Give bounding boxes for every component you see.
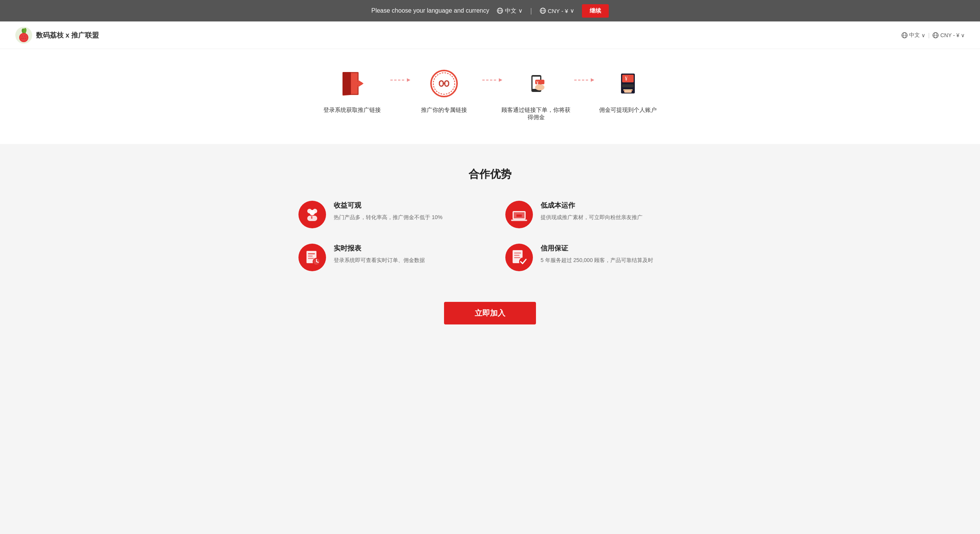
svg-point-11 [22,35,23,36]
globe-icon [497,8,503,14]
advantage-desc-4: 5 年服务超过 250,000 顾客，产品可靠结算及时 [541,256,653,264]
svg-point-13 [23,38,24,39]
step-1: 登录系统获取推广链接 [318,68,387,114]
nav-language-selector[interactable]: 中文 ∨ [901,32,925,39]
advantage-title-2: 低成本运作 [541,201,642,210]
nav-lang-chevron: ∨ [921,32,925,38]
top-banner: Please choose your language and currency… [0,0,980,21]
banner-language-selector[interactable]: 中文 ∨ [497,7,523,15]
step-4-label: 佣金可提现到个人账户 [599,106,657,114]
svg-rect-54 [516,215,522,217]
advantages-section: 合作优势 ¥ 收益可观 热门产品多，转化率高，推广佣金不低于 10% [0,144,980,294]
nav-currency-chevron: ∨ [961,32,965,38]
advantages-title: 合作优势 [46,167,934,182]
svg-rect-25 [343,72,351,95]
svg-rect-30 [439,81,443,86]
svg-rect-44 [624,90,632,93]
banner-language-label: 中文 [505,7,516,15]
advantage-text-2: 低成本运作 提供现成推广素材，可立即向粉丝亲友推广 [541,201,642,221]
step-3-icon: ¥ [521,68,551,99]
svg-text:¥: ¥ [311,215,313,219]
svg-rect-45 [623,89,633,90]
svg-rect-66 [514,257,520,258]
advantage-icon-4 [505,244,533,271]
svg-point-48 [310,210,315,215]
svg-rect-40 [622,75,634,82]
banner-lang-chevron: ∨ [518,7,523,14]
step-arrow-2 [479,68,501,96]
continue-button[interactable]: 继续 [582,4,609,18]
globe-currency-icon [540,8,546,14]
svg-rect-57 [308,256,313,257]
step-2-icon [429,68,459,99]
advantage-icon-1: ¥ [298,201,326,228]
advantage-text-3: 实时报表 登录系统即可查看实时订单、佣金数据 [334,244,425,264]
banner-separator: | [530,7,532,15]
svg-rect-31 [445,81,449,86]
svg-marker-27 [358,80,364,87]
svg-point-12 [25,35,26,36]
banner-currency-selector[interactable]: CNY - ¥ ∨ [540,7,574,14]
svg-point-14 [25,38,26,39]
nav-currency-label: CNY - ¥ [940,32,959,38]
advantage-desc-2: 提供现成推广素材，可立即向粉丝亲友推广 [541,213,642,221]
advantage-icon-3 [298,244,326,271]
svg-rect-38 [535,86,544,89]
steps-container: 登录系统获取推广链接 推广你的专属链接 [318,68,662,121]
advantage-text-1: 收益可观 热门产品多，转化率高，推广佣金不低于 10% [334,201,442,221]
step-2-label: 推广你的专属链接 [421,106,467,114]
steps-section: 登录系统获取推广链接 推广你的专属链接 [0,49,980,144]
advantage-title-1: 收益可观 [334,201,442,210]
svg-rect-42 [622,84,634,87]
advantage-item-4: 信用保证 5 年服务超过 250,000 顾客，产品可靠结算及时 [505,244,682,271]
advantage-title-3: 实时报表 [334,244,425,253]
step-2: 推广你的专属链接 [410,68,479,114]
advantage-desc-3: 登录系统即可查看实时订单、佣金数据 [334,256,425,264]
advantage-desc-1: 热门产品多，转化率高，推广佣金不低于 10% [334,213,442,221]
advantage-item-3: 实时报表 登录系统即可查看实时订单、佣金数据 [298,244,475,271]
step-1-label: 登录系统获取推广链接 [323,106,381,114]
advantage-title-4: 信用保证 [541,244,653,253]
svg-rect-56 [308,253,315,254]
advantage-item-1: ¥ 收益可观 热门产品多，转化率高，推广佣金不低于 10% [298,201,475,228]
join-section: 立即加入 [0,294,980,347]
svg-rect-58 [308,258,314,259]
logo-area: 数码荔枝 x 推广联盟 [15,27,99,44]
logo-icon [15,27,32,44]
step-1-icon [337,68,367,99]
advantage-text-4: 信用保证 5 年服务超过 250,000 顾客，产品可靠结算及时 [541,244,653,264]
join-button[interactable]: 立即加入 [444,302,536,324]
step-arrow-3 [570,68,593,96]
svg-point-15 [21,38,23,39]
banner-currency-chevron: ∨ [570,7,574,14]
svg-rect-53 [511,219,527,221]
nav-currency-selector[interactable]: CNY - ¥ ∨ [932,32,965,38]
nav-language-label: 中文 [909,32,920,39]
step-3-label: 顾客通过链接下单，你将获得佣金 [501,106,570,121]
banner-currency-label: CNY - ¥ [548,8,568,14]
advantage-icon-2 [505,201,533,228]
brand-name: 数码荔枝 x 推广联盟 [36,31,99,40]
step-3: ¥ 顾客通过链接下单，你将获得佣金 [501,68,570,121]
nav-globe-currency-icon [932,32,939,38]
navbar: 数码荔枝 x 推广联盟 中文 ∨ | CNY - ¥ ∨ [0,21,980,49]
svg-rect-64 [514,252,521,254]
svg-text:¥: ¥ [625,76,628,82]
advantages-grid: ¥ 收益可观 热门产品多，转化率高，推广佣金不低于 10% [298,201,682,271]
nav-separator: | [928,32,930,38]
step-4: ¥ 佣金可提现到个人账户 [593,68,662,114]
nav-globe-icon [901,32,908,38]
svg-rect-65 [514,255,519,256]
nav-right: 中文 ∨ | CNY - ¥ ∨ [901,32,965,39]
svg-point-10 [20,34,28,41]
banner-prompt-text: Please choose your language and currency [371,7,489,14]
step-4-icon: ¥ [613,68,643,99]
advantage-item-2: 低成本运作 提供现成推广素材，可立即向粉丝亲友推广 [505,201,682,228]
step-arrow-1 [387,68,410,96]
